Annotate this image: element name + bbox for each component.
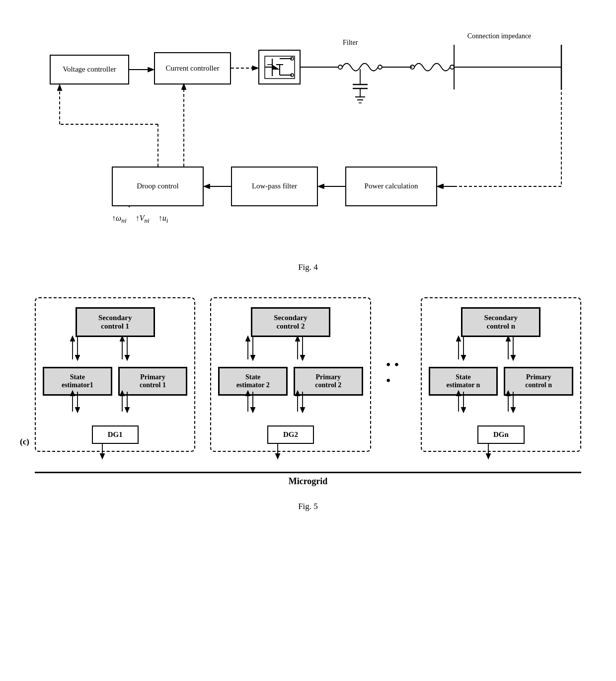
fig5-agents-row: (c) Secondarycontrol 1 <box>35 297 581 452</box>
agent2-arrows-top <box>218 337 363 367</box>
agent2-dg-arrow <box>218 444 363 461</box>
svg-point-15 <box>378 65 382 69</box>
fig5-label-c: (c) <box>20 437 29 447</box>
fig4-diagram: Voltage controller Current controller <box>35 25 581 254</box>
agent-n-box: Secondarycontrol n Stateestimator n Prim… <box>421 297 581 452</box>
dg-2: DG2 <box>267 426 314 444</box>
fig5-diagram: (c) Secondarycontrol 1 <box>35 297 581 487</box>
fig4-connections <box>35 25 581 254</box>
agent1-arrows-bottom <box>43 392 187 417</box>
page: Voltage controller Current controller <box>0 0 616 526</box>
svg-point-25 <box>450 65 454 69</box>
secondary-control-2: Secondarycontrol 2 <box>251 307 330 337</box>
secondary-control-n: Secondarycontrol n <box>461 307 540 337</box>
fig5-caption: Fig. 5 <box>30 502 586 511</box>
agent-2-inner: Secondarycontrol 2 Stateestimator 2 Prim… <box>218 307 363 444</box>
fig4-caption: Fig. 4 <box>30 262 586 272</box>
agentn-arrows-top <box>429 337 573 367</box>
agentn-dg-arrow <box>429 444 573 461</box>
dots-separator: • • • <box>386 297 406 389</box>
microgrid-bar <box>35 472 581 473</box>
agent-n-inner: Secondarycontrol n Stateestimator n Prim… <box>429 307 573 444</box>
agent-2-box: Secondarycontrol 2 Stateestimator 2 Prim… <box>210 297 371 452</box>
secondary-control-1: Secondarycontrol 1 <box>76 307 155 337</box>
agent-1-inner: Secondarycontrol 1 <box>43 307 187 444</box>
microgrid-label: Microgrid <box>35 476 581 487</box>
agentn-arrows-bottom <box>429 392 573 417</box>
agent-1-box: Secondarycontrol 1 <box>35 297 195 452</box>
svg-point-14 <box>338 65 342 69</box>
dg-1: DG1 <box>92 426 139 444</box>
agent1-arrows-top <box>43 337 187 367</box>
agent1-dg-arrow <box>43 444 187 461</box>
agent2-arrows-bottom <box>218 392 363 417</box>
dg-n: DGn <box>477 426 525 444</box>
